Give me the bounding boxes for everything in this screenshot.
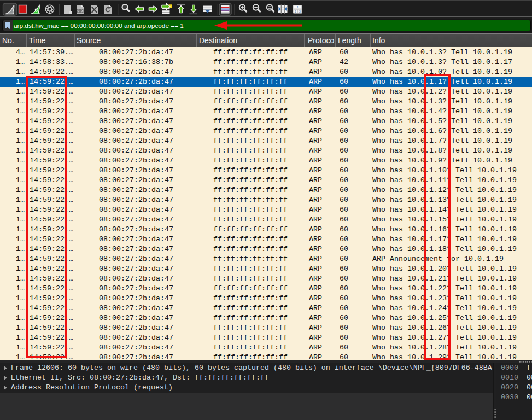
svg-text:2: 2: [295, 10, 296, 13]
svg-text:3: 3: [299, 10, 301, 13]
svg-text:1: 1: [297, 5, 299, 9]
